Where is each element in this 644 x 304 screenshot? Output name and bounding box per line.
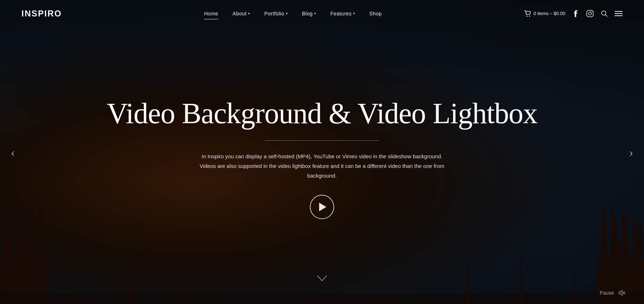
hero-title: Video Background & Video Lightbox bbox=[107, 97, 537, 130]
hero-divider bbox=[265, 140, 379, 141]
menu-icon[interactable] bbox=[615, 10, 623, 18]
nav-item-blog[interactable]: Blog ▾ bbox=[295, 7, 323, 20]
play-button[interactable] bbox=[310, 195, 334, 219]
cart-button[interactable]: 0 items – $0.00 bbox=[524, 10, 565, 17]
pause-button[interactable]: Pause bbox=[600, 290, 614, 296]
svg-point-5 bbox=[591, 11, 592, 12]
mute-button[interactable] bbox=[618, 290, 626, 296]
play-icon bbox=[319, 203, 326, 211]
chevron-down-icon: ▾ bbox=[248, 11, 250, 15]
facebook-icon[interactable] bbox=[572, 10, 580, 18]
next-slide-button[interactable]: › bbox=[625, 141, 637, 163]
svg-point-4 bbox=[589, 12, 591, 15]
main-nav: INSPIRO Home About ▾ Portfolio ▾ Blog ▾ … bbox=[0, 0, 644, 27]
nav-item-about[interactable]: About ▾ bbox=[225, 7, 257, 20]
brand-logo[interactable]: INSPIRO bbox=[21, 9, 62, 19]
hero-description: In Inspiro you can display a self-hosted… bbox=[188, 151, 456, 180]
hero-content: Video Background & Video Lightbox In Ins… bbox=[0, 13, 644, 304]
chevron-down-icon: ▾ bbox=[286, 11, 288, 15]
search-icon[interactable] bbox=[600, 10, 608, 18]
nav-item-home[interactable]: Home bbox=[197, 7, 225, 20]
video-controls: Pause bbox=[600, 290, 626, 296]
nav-right-actions: 0 items – $0.00 bbox=[524, 10, 623, 18]
nav-menu: Home About ▾ Portfolio ▾ Blog ▾ Features… bbox=[197, 7, 389, 20]
svg-point-1 bbox=[527, 15, 528, 16]
svg-rect-3 bbox=[587, 10, 593, 17]
nav-item-features[interactable]: Features ▾ bbox=[323, 7, 362, 20]
nav-item-portfolio[interactable]: Portfolio ▾ bbox=[257, 7, 295, 20]
scroll-down-button[interactable] bbox=[317, 275, 327, 284]
hero-section: INSPIRO Home About ▾ Portfolio ▾ Blog ▾ … bbox=[0, 0, 644, 304]
prev-slide-button[interactable]: ‹ bbox=[7, 141, 19, 163]
chevron-down-icon: ▾ bbox=[353, 11, 355, 15]
cart-icon bbox=[524, 10, 531, 17]
instagram-icon[interactable] bbox=[586, 10, 594, 18]
svg-point-2 bbox=[529, 15, 530, 16]
nav-item-shop[interactable]: Shop bbox=[362, 7, 389, 20]
chevron-down-icon: ▾ bbox=[314, 11, 316, 15]
